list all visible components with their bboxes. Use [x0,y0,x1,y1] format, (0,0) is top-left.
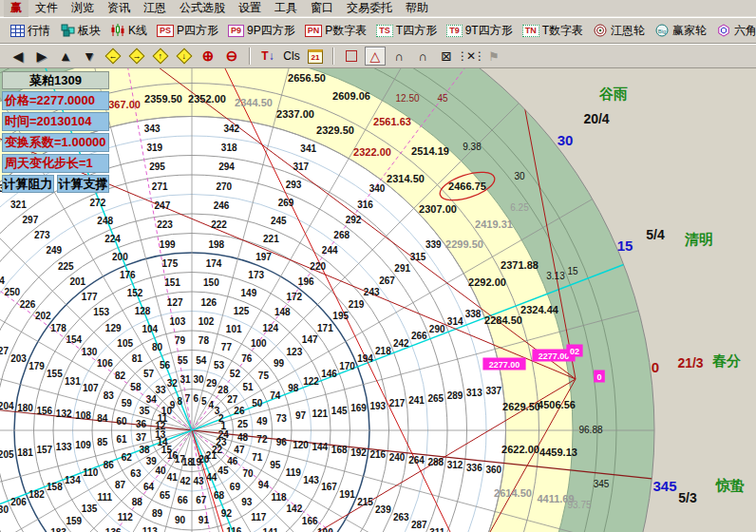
svg-text:269: 269 [278,198,294,208]
arrow-left-icon[interactable]: ◀ [8,47,28,66]
svg-text:惊蛰: 惊蛰 [715,477,745,493]
svg-text:221: 221 [263,234,279,244]
svg-text:24: 24 [218,429,230,440]
svg-text:2299.50: 2299.50 [445,238,483,250]
svg-text:45: 45 [437,93,448,104]
arrow-up-icon[interactable]: ▲ [55,47,76,66]
menu-item-8[interactable]: 窗口 [304,0,340,17]
menu-item-2[interactable]: 浏览 [65,0,101,17]
menu-item-1[interactable]: 文件 [28,0,65,17]
svg-text:2609.06: 2609.06 [332,90,370,102]
toolbar-label: K线 [128,23,147,39]
projection-flag-icon[interactable]: ⚑ [483,47,504,66]
toolbar-button-行情[interactable]: 行情 [6,21,54,41]
svg-text:74: 74 [270,390,281,401]
menu-item-10[interactable]: 帮助 [399,0,435,17]
svg-text:89: 89 [152,508,163,519]
center-point-icon[interactable]: ⋮✕⋮ [460,47,481,66]
calendar-icon[interactable]: 21 [305,47,326,66]
menu-item-7[interactable]: 工具 [268,0,304,17]
svg-text:200: 200 [112,252,128,262]
svg-text:2322.00: 2322.00 [353,146,391,158]
svg-text:180: 180 [17,403,33,413]
toolbar-button-T四方形[interactable]: TST四方形 [372,21,441,41]
svg-text:77: 77 [221,342,233,352]
svg-text:2359.50: 2359.50 [144,93,182,104]
square-tool-icon[interactable] [341,47,362,66]
toolbar-button-赢家轮[interactable]: Big赢家轮 [651,21,710,41]
svg-text:2514.19: 2514.19 [411,145,449,157]
svg-text:116: 116 [226,526,242,532]
svg-text:104: 104 [142,324,158,334]
gann-wheel-canvas[interactable]: 1234567891011121314151617181920212223242… [0,0,756,532]
svg-text:182: 182 [28,489,45,500]
svg-text:37: 37 [136,432,147,443]
svg-text:246: 246 [214,200,230,211]
svg-text:49: 49 [256,416,268,427]
svg-text:82: 82 [115,370,126,381]
svg-text:220: 220 [310,261,326,272]
svg-text:2656.50: 2656.50 [288,72,326,84]
svg-text:4: 4 [209,400,215,410]
svg-text:239: 239 [375,504,391,515]
toolbar-button-T数字表[interactable]: TNT数字表 [519,21,587,41]
svg-text:226: 226 [20,299,36,310]
diamond-down-icon[interactable]: ↓ [174,47,195,66]
zoom-out-icon[interactable]: ⊖ [221,47,242,66]
diamond-right-icon[interactable]: → [126,47,147,66]
svg-text:96.88: 96.88 [578,425,602,435]
arrow-down-icon[interactable]: ▼ [79,47,100,66]
svg-text:57: 57 [143,369,155,379]
svg-text:314: 314 [447,316,463,327]
toolbar-label: 赢家轮 [672,23,707,39]
menu-item-4[interactable]: 江恩 [137,0,173,17]
svg-text:54: 54 [196,355,207,366]
menu-item-0[interactable]: 赢 [4,0,28,17]
toolbar-separator [249,48,251,65]
svg-text:55: 55 [178,355,189,366]
arc-left-icon[interactable]: ∩ [388,47,409,66]
svg-text:204: 204 [0,401,14,411]
toolbar-button-P数字表[interactable]: PNP数字表 [301,21,371,41]
svg-text:274: 274 [0,276,5,286]
svg-text:136: 136 [105,527,122,532]
toolbar-button-六角形[interactable]: 六角形 [712,21,756,41]
calc-support-button[interactable]: 计算支撑 [57,175,109,193]
clear-button[interactable]: Cls [281,47,302,66]
toolbar-button-9P四方形[interactable]: P99P四方形 [224,21,299,41]
menu-item-3[interactable]: 资讯 [101,0,137,17]
svg-text:27: 27 [227,394,238,405]
svg-text:291: 291 [394,263,410,274]
zoom-in-icon[interactable]: ⊕ [198,47,218,66]
svg-text:2352.00: 2352.00 [188,93,226,104]
toolbar-button-P四方形[interactable]: PSP四方形 [153,21,222,41]
toolbar-button-板块[interactable]: 板块 [56,21,104,41]
svg-text:56: 56 [160,360,171,370]
svg-text:345: 345 [652,478,676,494]
menu-item-6[interactable]: 设置 [232,0,268,17]
svg-text:264: 264 [408,455,425,466]
svg-text:0: 0 [652,359,659,375]
svg-text:5: 5 [201,396,207,407]
toolbar-button-K线[interactable]: K线 [106,21,151,41]
svg-text:156: 156 [36,406,52,416]
diamond-up-icon[interactable]: ↑ [150,47,171,66]
price-time-toggle-icon[interactable]: T↓ [257,47,278,66]
svg-text:78: 78 [198,335,210,346]
svg-text:154: 154 [66,334,82,345]
svg-text:28: 28 [217,385,229,395]
diamond-left-icon[interactable]: ← [103,47,123,66]
toolbar-button-9T四方形[interactable]: T99T四方形 [443,21,517,41]
svg-text:93: 93 [241,497,253,507]
arc-right-icon[interactable]: ∩ [412,47,433,66]
box-x-icon[interactable]: ⊠ [436,47,457,66]
triangle-tool-icon[interactable]: △ [365,47,386,66]
menu-item-9[interactable]: 交易委托 [340,0,399,17]
winner-wheel-icon: Big [654,24,670,37]
svg-text:40: 40 [156,466,167,476]
arrow-right-icon[interactable]: ▶ [31,47,52,66]
menu-item-5[interactable]: 公式选股 [173,0,232,17]
toolbar-button-江恩轮[interactable]: 江恩轮 [589,21,649,41]
svg-text:292: 292 [346,215,362,225]
calc-resistance-button[interactable]: 计算阻力 [2,175,54,193]
